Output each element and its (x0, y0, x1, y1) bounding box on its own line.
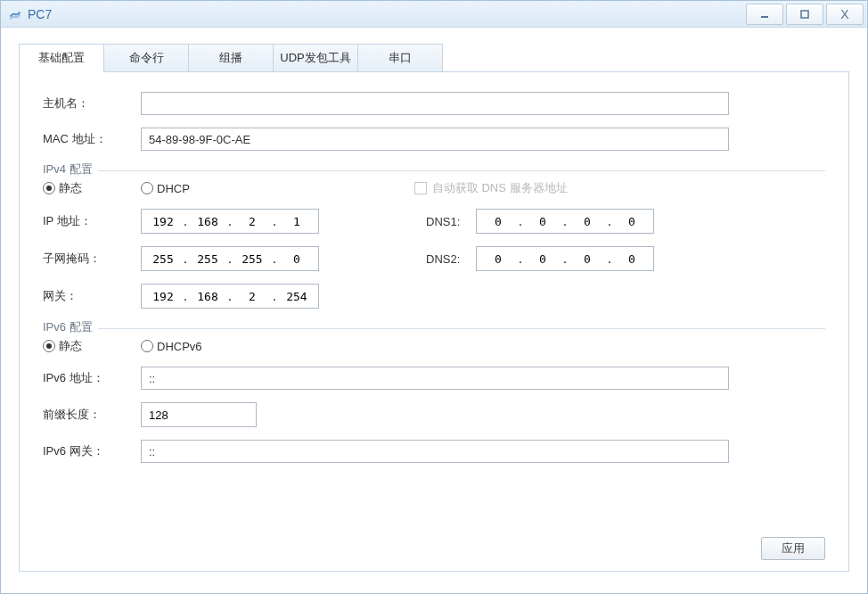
ipv4-fieldset: IPv4 配置 静态 DHCP 自动获取 DNS 服务器地址 (43, 163, 825, 309)
ip-octet[interactable] (530, 215, 555, 228)
tab-body: 主机名： MAC 地址： IPv4 配置 静态 (19, 72, 849, 572)
ip-octet[interactable] (151, 252, 176, 266)
ip-address-input[interactable]: . . . (141, 209, 319, 234)
svg-rect-1 (801, 11, 808, 18)
ipv6-fieldset: IPv6 配置 静态 DHCPv6 IPv6 地址： (43, 321, 825, 463)
content-area: 基础配置 命令行 组播 UDP发包工具 串口 主机名： MAC 地址： IPv4… (1, 28, 867, 584)
checkbox-icon (414, 182, 427, 194)
radio-icon (43, 182, 55, 194)
row-ipv6-prefix: 前缀长度： (43, 402, 825, 427)
apply-button[interactable]: 应用 (761, 537, 825, 560)
tab-cli[interactable]: 命令行 (103, 44, 189, 71)
ip-octet[interactable] (486, 252, 511, 266)
ip-octet[interactable] (284, 252, 309, 266)
window-title: PC7 (28, 7, 52, 21)
ip-octet[interactable] (530, 252, 555, 266)
radio-icon (43, 340, 55, 352)
ip-octet[interactable] (284, 215, 309, 228)
ipv6-gateway-input[interactable] (141, 440, 729, 463)
ip-octet[interactable] (195, 215, 220, 228)
radio-icon (141, 182, 153, 194)
row-gateway: 网关： . . . (43, 284, 825, 309)
ip-octet[interactable] (284, 290, 309, 303)
ipv6-addr-label: IPv6 地址： (43, 370, 141, 386)
ipv6-prefix-input[interactable] (141, 402, 257, 427)
row-mask-dns2: 子网掩码： . . . DNS2: . . . (43, 246, 825, 271)
tab-basic-config[interactable]: 基础配置 (19, 44, 104, 72)
ipv6-prefix-label: 前缀长度： (43, 407, 141, 423)
ip-octet[interactable] (240, 252, 265, 266)
row-ipv6-gw: IPv6 网关： (43, 440, 825, 463)
tab-label: 组播 (219, 51, 242, 64)
checkbox-label: 自动获取 DNS 服务器地址 (432, 180, 568, 196)
row-hostname: 主机名： (43, 92, 825, 115)
minimize-button[interactable] (746, 4, 783, 25)
hostname-input[interactable] (141, 92, 729, 115)
mac-label: MAC 地址： (43, 131, 141, 147)
radio-label: DHCPv6 (157, 340, 202, 353)
ip-octet[interactable] (240, 290, 265, 303)
ip-octet[interactable] (195, 252, 220, 266)
radio-label: 静态 (59, 180, 82, 196)
tabs: 基础配置 命令行 组播 UDP发包工具 串口 (19, 44, 849, 72)
maximize-button[interactable] (786, 4, 823, 25)
ip-octet[interactable] (486, 215, 511, 228)
tab-label: 串口 (389, 51, 412, 64)
ip-octet[interactable] (575, 215, 600, 228)
tab-udp-tool[interactable]: UDP发包工具 (273, 44, 358, 71)
close-button[interactable]: X (826, 4, 864, 25)
divider (43, 170, 825, 171)
mac-input[interactable] (141, 128, 729, 151)
dns1-input[interactable]: . . . (476, 209, 654, 234)
ipv6-gw-label: IPv6 网关： (43, 443, 141, 459)
dns1-label: DNS1: (426, 215, 476, 228)
tab-serial[interactable]: 串口 (357, 44, 443, 71)
ip-octet[interactable] (619, 215, 644, 228)
ipv6-radio-row: 静态 DHCPv6 (43, 338, 825, 354)
ip-octet[interactable] (575, 252, 600, 266)
ipv4-radio-row: 静态 DHCP 自动获取 DNS 服务器地址 (43, 180, 825, 196)
ip-octet[interactable] (619, 252, 644, 266)
titlebar-left: PC7 (8, 7, 52, 21)
app-window: PC7 X 基础配置 命令行 组播 UDP发包工具 串口 主机名： (0, 0, 868, 594)
svg-rect-0 (761, 16, 768, 18)
ip-octet[interactable] (151, 215, 176, 228)
ip-octet[interactable] (151, 290, 176, 303)
tab-label: 命令行 (129, 51, 164, 64)
gateway-input[interactable]: . . . (141, 284, 319, 309)
ip-octet[interactable] (195, 290, 220, 303)
row-ip-dns1: IP 地址： . . . DNS1: . . . (43, 209, 825, 234)
ipv6-legend: IPv6 配置 (43, 319, 98, 335)
ip-octet[interactable] (240, 215, 265, 228)
auto-dns-checkbox[interactable]: 自动获取 DNS 服务器地址 (414, 180, 568, 196)
tab-label: UDP发包工具 (280, 51, 350, 64)
radio-label: 静态 (59, 338, 82, 354)
mask-label: 子网掩码： (43, 251, 141, 267)
ipv4-legend: IPv4 配置 (43, 161, 98, 177)
radio-label: DHCP (157, 182, 190, 195)
ipv4-static-radio[interactable]: 静态 (43, 180, 141, 196)
gateway-label: 网关： (43, 288, 141, 304)
window-controls: X (747, 1, 867, 27)
titlebar: PC7 X (1, 1, 867, 28)
subnet-mask-input[interactable]: . . . (141, 246, 319, 271)
ip-label: IP 地址： (43, 213, 141, 229)
app-icon (8, 7, 22, 21)
ipv6-dhcpv6-radio[interactable]: DHCPv6 (141, 340, 202, 353)
tab-multicast[interactable]: 组播 (188, 44, 274, 71)
ipv6-address-input[interactable] (141, 367, 729, 390)
ipv6-static-radio[interactable]: 静态 (43, 338, 141, 354)
ipv4-dhcp-radio[interactable]: DHCP (141, 182, 190, 195)
divider (43, 328, 825, 329)
hostname-label: 主机名： (43, 95, 141, 111)
row-ipv6-addr: IPv6 地址： (43, 367, 825, 390)
dns2-label: DNS2: (426, 252, 476, 266)
radio-icon (141, 340, 153, 352)
row-mac: MAC 地址： (43, 128, 825, 151)
tab-label: 基础配置 (38, 51, 85, 64)
dns2-input[interactable]: . . . (476, 246, 654, 271)
